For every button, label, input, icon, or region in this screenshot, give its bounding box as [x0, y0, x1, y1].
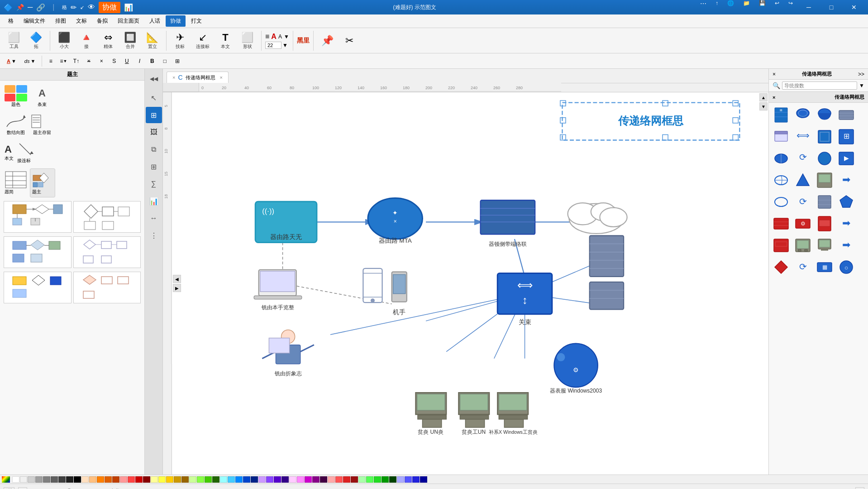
zoom-in-btn[interactable]: +	[44, 487, 48, 489]
tb-cut-btn[interactable]: ✂	[339, 33, 359, 49]
right-expand-icon[interactable]: >>	[858, 71, 864, 77]
menu-insert[interactable]: 文标	[72, 15, 91, 27]
color-swatch[interactable]	[97, 476, 104, 483]
color-swatch[interactable]	[297, 476, 304, 483]
shape-item-8[interactable]: ⊞	[836, 126, 857, 147]
right-close-icon[interactable]: ×	[773, 71, 776, 77]
color-swatch[interactable]	[312, 476, 320, 483]
color-picker-icon[interactable]	[2, 476, 10, 483]
menu-collaborate[interactable]: 协做	[166, 15, 186, 27]
color-swatch[interactable]	[105, 476, 112, 483]
tb2-italic-btn[interactable]: I	[134, 56, 145, 66]
template-flow-2[interactable]	[73, 201, 141, 233]
zoom-out-btn[interactable]: ─	[92, 487, 97, 489]
color-swatch[interactable]	[274, 476, 281, 483]
shape-item-6[interactable]: ⟺	[792, 126, 813, 147]
fit-btn[interactable]: ⬜	[4, 487, 14, 489]
template-flow-5[interactable]	[4, 272, 72, 303]
tb2-box1-btn[interactable]: □	[159, 56, 170, 66]
color-swatch[interactable]	[335, 476, 343, 483]
shape-item-26[interactable]	[792, 235, 813, 256]
color-swatch[interactable]	[151, 476, 158, 483]
tb-tools-btn[interactable]: ⬜ 工具	[4, 29, 24, 52]
color-swatch[interactable]	[28, 476, 35, 483]
add-page-btn[interactable]: +	[819, 487, 823, 489]
shape-item-5[interactable]	[771, 126, 792, 147]
save-icon[interactable]: 💾	[755, 0, 769, 14]
color-swatch[interactable]	[189, 476, 196, 483]
color-swatch[interactable]	[197, 476, 204, 483]
tab-close-icon[interactable]: ×	[172, 75, 175, 80]
shape-item-22[interactable]: ⚙	[792, 213, 813, 234]
tb2-strikethrough-btn[interactable]: ×	[83, 56, 94, 66]
tb-pin-btn[interactable]: 📌	[317, 33, 338, 49]
color-swatch[interactable]	[166, 476, 173, 483]
redo-icon[interactable]: ↪	[785, 0, 796, 14]
color-swatch[interactable]	[374, 476, 381, 483]
color-swatch[interactable]	[43, 476, 50, 483]
tb2-clear-btn[interactable]: ×	[96, 56, 107, 66]
canvas-tab-main[interactable]: × C 传递络网框思 ×	[167, 72, 229, 83]
browser-icon[interactable]: 🌐	[724, 0, 738, 14]
tb2-superscript-btn[interactable]: S	[109, 56, 119, 66]
close-btn[interactable]: ✕	[844, 0, 864, 14]
shape-item-30[interactable]: ⟳	[792, 257, 813, 278]
expand-btn[interactable]: ⬚	[18, 487, 27, 489]
color-swatch[interactable]	[120, 476, 127, 483]
color-swatch[interactable]	[143, 476, 150, 483]
shape-item-28[interactable]: ➡	[836, 235, 857, 256]
color-swatch[interactable]	[281, 476, 289, 483]
scroll-right-btn[interactable]: ▶	[173, 284, 181, 292]
shape-item-15[interactable]	[814, 170, 835, 191]
sidebar-more-tool[interactable]: ⋮	[146, 227, 162, 244]
view-btn[interactable]: 👁	[88, 3, 95, 11]
color-swatch[interactable]	[405, 476, 412, 483]
shape-item-14[interactable]	[792, 170, 813, 191]
sidebar-chart-tool[interactable]: 📊	[146, 193, 162, 209]
color-swatch[interactable]	[343, 476, 350, 483]
color-swatch[interactable]	[205, 476, 212, 483]
color-swatch[interactable]	[389, 476, 396, 483]
shape-item-20[interactable]	[836, 192, 857, 212]
color-swatch[interactable]	[328, 476, 335, 483]
tb-merge-btn[interactable]: 🔲 合并	[120, 29, 140, 52]
color-swatch[interactable]	[81, 476, 89, 483]
shape-item-10[interactable]: ⟳	[792, 148, 813, 169]
tb-layout-btn[interactable]: 📐 置立	[142, 29, 162, 52]
template-table[interactable]: 愿简	[4, 170, 28, 196]
shape-item-17[interactable]	[771, 192, 792, 212]
color-swatch[interactable]	[35, 476, 43, 483]
shape-item-13[interactable]	[771, 170, 792, 191]
tb-navigate-btn[interactable]: ✈ 技标	[170, 29, 190, 52]
color-swatch[interactable]	[320, 476, 327, 483]
color-swatch[interactable]	[58, 476, 66, 483]
sidebar-shapes-tool[interactable]: ⊞	[146, 107, 162, 123]
toolbar-menu-btns[interactable]: 格	[62, 4, 67, 11]
tb2-indent-btn[interactable]: T↑	[71, 56, 81, 66]
more-icon[interactable]: ⋯	[696, 0, 710, 14]
shape-item-11[interactable]	[814, 148, 835, 169]
template-connections[interactable]: 接连标	[16, 140, 41, 165]
section-close-icon[interactable]: ×	[773, 95, 775, 100]
font-style-dropdown[interactable]: ▼	[30, 58, 35, 64]
minimize-icon[interactable]: ─	[28, 3, 33, 11]
menu-home[interactable]: 回主面页	[113, 15, 144, 27]
shape-item-32[interactable]: ○	[836, 257, 857, 278]
color-swatch[interactable]	[382, 476, 389, 483]
quick-access-icon[interactable]: 🔗	[36, 3, 45, 12]
shape-item-27[interactable]	[814, 235, 835, 256]
menu-people[interactable]: 人话	[145, 15, 165, 27]
font-color-dropdown[interactable]: ▼	[11, 58, 16, 64]
sidebar-image-tool[interactable]: 🖼	[146, 124, 162, 140]
sidebar-connector-tool[interactable]: ↔	[146, 210, 162, 226]
sidebar-collapse-btn[interactable]: ◀◀	[146, 71, 162, 87]
color-swatch[interactable]	[289, 476, 296, 483]
tb2-font-style-btn[interactable]: ds ▼	[21, 57, 39, 65]
scroll-up-btn[interactable]: ▲	[759, 93, 768, 101]
color-swatch[interactable]	[181, 476, 189, 483]
folder-icon[interactable]: 📁	[739, 0, 754, 14]
color-swatch[interactable]	[420, 476, 427, 483]
color-swatch[interactable]	[51, 476, 58, 483]
diagram-btn[interactable]: 📊	[124, 3, 133, 12]
template-main[interactable]: 题主存留	[30, 112, 54, 137]
